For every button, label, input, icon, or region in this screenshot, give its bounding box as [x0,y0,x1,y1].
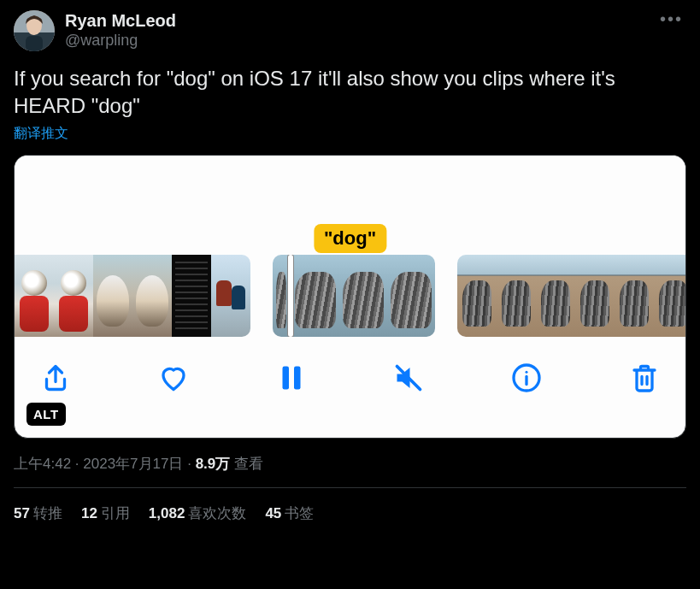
author-block[interactable]: Ryan McLeod @warpling [65,10,646,50]
playhead[interactable] [288,255,293,337]
video-frame [387,255,435,337]
views-label: 查看 [234,456,263,472]
share-icon [40,362,71,397]
delete-button[interactable] [627,362,662,397]
likes-stat[interactable]: 1,082喜欢次数 [149,504,247,523]
tweet-text: If you search for "dog" on iOS 17 it'll … [14,65,686,120]
video-frame [172,255,211,337]
video-frame [654,255,685,337]
quotes-stat[interactable]: 12引用 [81,504,130,523]
svg-rect-3 [26,36,43,51]
info-button[interactable] [509,362,544,397]
trash-icon [629,362,660,397]
info-icon [511,362,542,397]
tweet-stats: 57转推 12引用 1,082喜欢次数 45书签 [14,488,686,539]
like-button[interactable] [156,362,191,397]
media-card[interactable]: "dog" [14,155,686,439]
pause-button[interactable] [274,362,309,397]
video-frame [575,255,615,337]
search-badge: "dog" [314,224,386,253]
mute-button[interactable] [391,362,426,397]
speaker-muted-icon [393,362,424,397]
video-timeline[interactable] [15,255,685,337]
handle: @warpling [65,31,646,50]
video-frame [536,255,575,337]
video-frame [615,255,654,337]
svg-point-9 [526,371,528,374]
tweet-header: Ryan McLeod @warpling ••• [14,10,686,51]
video-frame [54,255,93,337]
video-frame [273,255,290,337]
more-button[interactable]: ••• [656,10,686,27]
video-frame [93,255,132,337]
views-count: 8.9万 [196,456,231,472]
share-button[interactable] [38,362,73,397]
clip-group-1[interactable] [15,255,250,337]
tweet-container: Ryan McLeod @warpling ••• If you search … [0,0,700,539]
svg-rect-5 [294,367,301,390]
video-frame [457,255,497,337]
video-frame [211,255,250,337]
retweets-stat[interactable]: 57转推 [14,504,62,523]
bookmarks-stat[interactable]: 45书签 [265,504,314,523]
video-frame [132,255,172,337]
media-toolbar [15,337,685,422]
pause-icon [276,362,307,397]
clip-group-3[interactable] [457,255,685,337]
heart-icon [158,362,189,397]
tweet-time[interactable]: 上午4:42 [14,456,71,472]
alt-badge[interactable]: ALT [26,403,66,426]
display-name: Ryan McLeod [65,10,646,31]
video-frame [291,255,339,337]
svg-rect-4 [282,367,289,390]
media-top-area: "dog" [15,156,685,255]
video-frame [497,255,536,337]
tweet-date[interactable]: 2023年7月17日 [83,456,183,472]
video-frame [15,255,54,337]
tweet-meta: 上午4:42 · 2023年7月17日 · 8.9万 查看 [14,454,686,488]
clip-group-2[interactable] [273,255,435,337]
translate-link[interactable]: 翻译推文 [14,125,68,143]
avatar[interactable] [14,10,55,51]
video-frame [339,255,387,337]
